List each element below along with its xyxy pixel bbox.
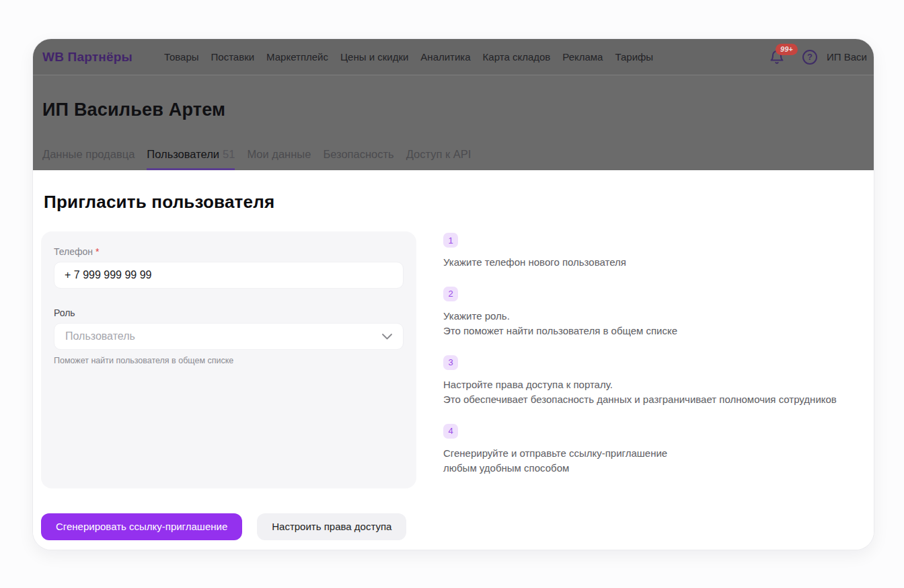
nav-item-prices-discounts[interactable]: Цены и скидки — [340, 51, 408, 63]
configure-access-rights-button[interactable]: Настроить права доступа — [257, 513, 406, 540]
phone-label: Телефон * — [54, 246, 404, 257]
invite-form-panel: Телефон * + 7 999 999 99 99 Роль Пользов… — [41, 231, 416, 488]
tab-users[interactable]: Пользователи51 — [147, 148, 235, 170]
phone-label-text: Телефон — [54, 246, 93, 257]
page-header: ИП Васильев Артем Данные продавца Пользо… — [33, 75, 874, 170]
role-select-value: Пользователь — [65, 330, 135, 342]
page-title: ИП Васильев Артем — [42, 100, 864, 120]
step-2: 2 Укажите роль. Это поможет найти пользо… — [443, 287, 868, 339]
role-select[interactable]: Пользователь — [54, 323, 404, 350]
nav-item-goods[interactable]: Товары — [164, 51, 199, 63]
step-3-text: Настройте права доступа к порталу. Это о… — [443, 377, 868, 408]
step-1-badge: 1 — [443, 233, 458, 248]
nav-item-tariffs[interactable]: Тарифы — [615, 51, 653, 63]
required-asterisk: * — [96, 246, 99, 257]
role-hint: Поможет найти пользователя в общем списк… — [54, 356, 404, 365]
tab-users-count: 51 — [223, 148, 235, 160]
phone-input[interactable]: + 7 999 999 99 99 — [54, 262, 404, 289]
nav-menu: Товары Поставки Маркетплейс Цены и скидк… — [164, 51, 653, 63]
tab-bar: Данные продавца Пользователи51 Мои данны… — [42, 148, 864, 170]
tab-my-data[interactable]: Мои данные — [247, 148, 311, 170]
notifications-bell-icon[interactable]: 99+ — [769, 49, 785, 65]
nav-item-warehouse-map[interactable]: Карта складов — [483, 51, 551, 63]
nav-item-marketplace[interactable]: Маркетплейс — [266, 51, 328, 63]
wb-partners-logo[interactable]: WB Партнёры — [42, 50, 133, 65]
nav-right-section: 99+ ? ИП Васи — [769, 49, 867, 65]
step-1-text: Укажите телефон нового пользователя — [443, 255, 868, 270]
tab-api-access[interactable]: Доступ к API — [406, 148, 472, 170]
step-4: 4 Сгенерируйте и отправьте ссылку-пригла… — [443, 424, 868, 476]
nav-item-analytics[interactable]: Аналитика — [420, 51, 470, 63]
section-heading: Пригласить пользователя — [44, 192, 868, 213]
step-2-text: Укажите роль. Это поможет найти пользова… — [443, 309, 868, 339]
notifications-count-badge: 99+ — [776, 44, 798, 55]
tab-users-label: Пользователи — [147, 148, 219, 160]
help-icon[interactable]: ? — [802, 50, 817, 65]
user-account-menu[interactable]: ИП Васи — [827, 51, 867, 63]
step-3-badge: 3 — [443, 355, 458, 370]
step-2-badge: 2 — [443, 287, 458, 301]
step-1: 1 Укажите телефон нового пользователя — [443, 233, 868, 270]
chevron-down-icon — [382, 334, 392, 340]
instruction-steps: 1 Укажите телефон нового пользователя 2 … — [443, 231, 868, 492]
step-4-badge: 4 — [443, 424, 458, 439]
tab-seller-data[interactable]: Данные продавца — [42, 148, 135, 170]
nav-item-ads[interactable]: Реклама — [562, 51, 603, 63]
step-3: 3 Настройте права доступа к порталу. Это… — [443, 355, 868, 408]
partner-portal-window: WB Партнёры Товары Поставки Маркетплейс … — [32, 38, 874, 550]
form-actions: Сгенерировать ссылку-приглашение Настрои… — [41, 513, 868, 540]
invite-user-section: Пригласить пользователя Телефон * + 7 99… — [33, 170, 874, 550]
generate-invite-link-button[interactable]: Сгенерировать ссылку-приглашение — [41, 513, 242, 540]
step-4-text: Сгенерируйте и отправьте ссылку-приглаше… — [443, 446, 868, 476]
role-label: Роль — [54, 307, 404, 318]
tab-security[interactable]: Безопасность — [323, 148, 393, 170]
nav-item-supplies[interactable]: Поставки — [211, 51, 255, 63]
top-navbar: WB Партнёры Товары Поставки Маркетплейс … — [33, 39, 874, 75]
